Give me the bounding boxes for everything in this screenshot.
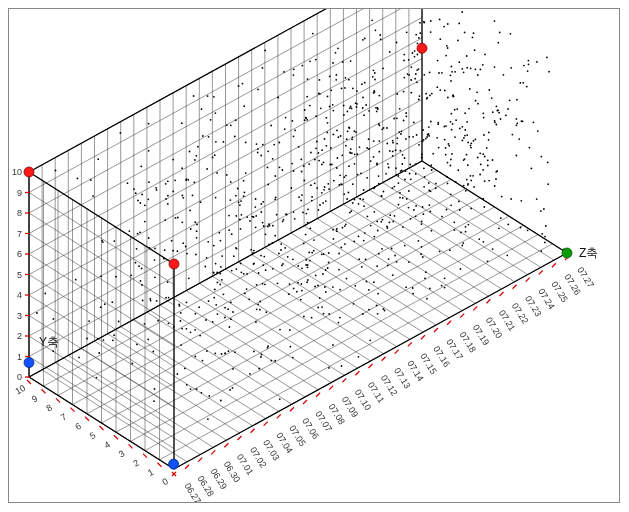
- svg-point-310: [382, 308, 384, 310]
- handle-axis-blue[interactable]: [169, 459, 179, 469]
- svg-point-228: [403, 60, 405, 62]
- svg-point-102: [221, 279, 223, 281]
- svg-point-346: [182, 197, 184, 199]
- svg-point-184: [421, 221, 423, 223]
- grid-floor-z: [265, 247, 410, 339]
- x-tick-label: 10: [13, 383, 27, 397]
- x-tick-label: 7: [59, 412, 68, 423]
- svg-point-124: [257, 148, 259, 150]
- svg-point-863: [201, 392, 203, 394]
- svg-point-478: [363, 240, 365, 242]
- svg-point-115: [388, 258, 390, 260]
- svg-point-159: [293, 74, 295, 76]
- svg-point-198: [425, 138, 427, 140]
- svg-point-347: [540, 156, 542, 158]
- svg-point-586: [419, 95, 421, 97]
- svg-point-273: [333, 238, 335, 240]
- svg-point-403: [358, 236, 360, 238]
- svg-point-901: [181, 221, 183, 223]
- svg-point-33: [344, 225, 346, 227]
- svg-point-95: [259, 301, 261, 303]
- svg-point-341: [354, 153, 356, 155]
- svg-point-708: [547, 162, 549, 164]
- svg-point-496: [412, 293, 414, 295]
- svg-point-433: [470, 180, 472, 182]
- svg-point-802: [238, 201, 240, 203]
- svg-point-950: [406, 198, 408, 200]
- svg-point-271: [415, 73, 417, 75]
- svg-point-80: [208, 136, 210, 138]
- svg-point-820: [305, 234, 307, 236]
- svg-point-664: [120, 132, 122, 134]
- svg-point-108: [207, 95, 209, 97]
- svg-point-221: [100, 306, 102, 308]
- svg-point-275: [356, 90, 358, 92]
- svg-point-309: [282, 221, 284, 223]
- svg-point-891: [463, 185, 465, 187]
- svg-point-981: [439, 250, 441, 252]
- z-tick: [238, 436, 242, 440]
- y-tick-label: 4: [17, 290, 22, 300]
- svg-point-358: [297, 282, 299, 284]
- svg-point-608: [396, 174, 398, 176]
- svg-point-342: [374, 79, 376, 81]
- svg-point-246: [307, 266, 309, 268]
- svg-point-531: [488, 89, 490, 91]
- svg-point-407: [177, 373, 179, 375]
- svg-point-264: [544, 242, 546, 244]
- svg-point-527: [470, 67, 472, 69]
- svg-point-137: [523, 65, 525, 67]
- handle-axis-blue[interactable]: [24, 358, 34, 368]
- svg-point-480: [303, 316, 305, 318]
- svg-point-519: [113, 334, 115, 336]
- handle-corner-red[interactable]: [417, 43, 427, 53]
- svg-point-846: [392, 274, 394, 276]
- svg-point-860: [362, 199, 364, 201]
- svg-point-191: [393, 118, 395, 120]
- svg-point-15: [164, 219, 166, 221]
- svg-point-446: [355, 102, 357, 104]
- handle-axis-green[interactable]: [562, 248, 572, 258]
- svg-point-231: [188, 277, 190, 279]
- svg-point-719: [313, 239, 315, 241]
- svg-point-405: [472, 175, 474, 177]
- svg-point-575: [527, 70, 529, 72]
- svg-point-668: [495, 178, 497, 180]
- svg-point-302: [214, 353, 216, 355]
- scatter-3d[interactable]: 01234567891001234567891006.2706.2806.290…: [9, 9, 619, 502]
- svg-point-657: [414, 78, 416, 80]
- svg-point-388: [398, 131, 400, 133]
- svg-point-298: [272, 268, 274, 270]
- svg-point-204: [459, 209, 461, 211]
- svg-point-947: [358, 258, 360, 260]
- svg-point-677: [338, 184, 340, 186]
- svg-point-773: [396, 117, 398, 119]
- svg-point-837: [348, 165, 350, 167]
- svg-point-777: [268, 244, 270, 246]
- svg-point-576: [488, 180, 490, 182]
- svg-point-176: [510, 67, 512, 69]
- svg-point-359: [284, 128, 286, 130]
- svg-point-946: [326, 145, 328, 147]
- z-tick: [539, 270, 543, 274]
- svg-point-928: [409, 164, 411, 166]
- svg-point-247: [173, 326, 175, 328]
- svg-point-763: [324, 138, 326, 140]
- svg-point-556: [338, 269, 340, 271]
- grid-floor-z: [317, 219, 462, 311]
- svg-point-799: [464, 112, 466, 114]
- svg-point-491: [447, 23, 449, 25]
- svg-point-326: [235, 195, 237, 197]
- svg-point-48: [404, 157, 406, 159]
- handle-corner-red[interactable]: [169, 259, 179, 269]
- svg-point-292: [77, 178, 79, 180]
- svg-point-960: [135, 262, 137, 264]
- svg-point-919: [167, 281, 169, 283]
- svg-point-380: [448, 143, 450, 145]
- svg-point-542: [264, 283, 266, 285]
- svg-point-330: [376, 111, 378, 113]
- svg-point-949: [138, 265, 140, 267]
- svg-point-591: [337, 47, 339, 49]
- handle-corner-red[interactable]: [24, 167, 34, 177]
- grid-floor-z: [396, 175, 541, 267]
